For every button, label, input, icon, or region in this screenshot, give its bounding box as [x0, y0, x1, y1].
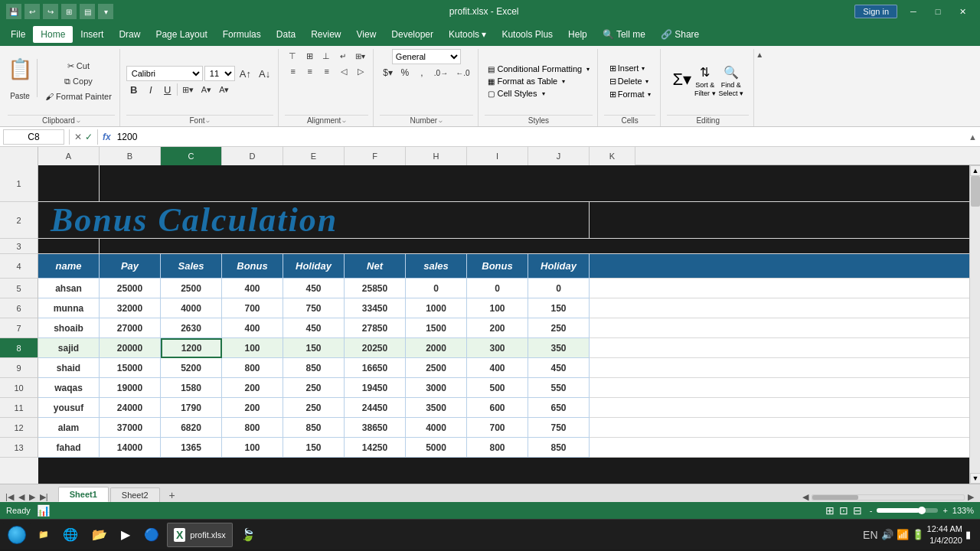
header-sales2[interactable]: sales [406, 254, 467, 279]
sheet-tab-sheet2[interactable]: Sheet2 [110, 487, 160, 502]
col-header-c[interactable]: C [161, 147, 222, 165]
cell-row8-col2[interactable]: 1200 [161, 338, 222, 358]
cell-row7-col2[interactable]: 2630 [161, 318, 222, 338]
taskbar-explorer[interactable]: 📁 [32, 523, 55, 547]
status-icon[interactable]: 📊 [37, 504, 50, 517]
cell-row8-col5[interactable]: 20250 [345, 338, 406, 358]
cell-row5-col0[interactable]: ahsan [38, 279, 100, 298]
cell-row8-col4[interactable]: 150 [283, 338, 345, 358]
header-pay[interactable]: Pay [100, 254, 161, 279]
cell-row10-col7[interactable]: 500 [467, 378, 528, 398]
paste-button[interactable]: 📋 Paste [8, 59, 32, 100]
col-header-b[interactable]: B [100, 147, 161, 165]
format-as-table-btn[interactable]: ▦ Format as Table ▾ [485, 76, 593, 86]
cell-row9-col8[interactable]: 450 [528, 358, 590, 378]
cell-row5-col2[interactable]: 2500 [161, 279, 222, 298]
cell-a3[interactable] [38, 239, 100, 254]
cell-row12-col3[interactable]: 800 [222, 418, 283, 438]
italic-button[interactable]: I [143, 83, 158, 96]
increase-dec-btn[interactable]: .0→ [431, 66, 451, 80]
cell-row11-col3[interactable]: 200 [222, 398, 283, 418]
cell-row12-col2[interactable]: 6820 [161, 418, 222, 438]
cell-row11-col5[interactable]: 24450 [345, 398, 406, 418]
cell-span-3[interactable] [100, 239, 969, 254]
cell-row13-col2[interactable]: 1365 [161, 438, 222, 458]
cell-row13-col0[interactable]: fahad [38, 438, 100, 458]
page-layout-btn[interactable]: ⊡ [839, 504, 848, 517]
delete-btn[interactable]: ⊟ Delete ▾ [606, 76, 654, 87]
menu-share[interactable]: 🔗 Share [653, 26, 707, 43]
zoom-slider[interactable] [877, 508, 938, 513]
cell-row6-col2[interactable]: 4000 [161, 298, 222, 318]
sort-filter-area[interactable]: ⇅ Sort &Filter ▾ [694, 60, 716, 102]
number-expand-icon[interactable]: ⌵ [439, 117, 443, 124]
cell-row10-col6[interactable]: 3000 [406, 378, 467, 398]
cell-row13-col5[interactable]: 14250 [345, 438, 406, 458]
prev-sheet-btn[interactable]: ◀ [16, 492, 27, 502]
redo-icon[interactable]: ↪ [43, 4, 58, 19]
cell-row7-col4[interactable]: 450 [283, 318, 345, 338]
qat-dropdown[interactable]: ▾ [98, 4, 113, 19]
col-header-k[interactable]: K [590, 147, 635, 165]
cell-row10-col1[interactable]: 19000 [100, 378, 161, 398]
cell-span-1[interactable] [100, 165, 969, 202]
cell-row13-col6[interactable]: 5000 [406, 438, 467, 458]
conditional-formatting-btn[interactable]: ▤ Conditional Formatting ▾ [485, 64, 593, 74]
cell-row9-col3[interactable]: 800 [222, 358, 283, 378]
header-bonus2[interactable]: Bonus [467, 254, 528, 279]
cell-row11-col2[interactable]: 1790 [161, 398, 222, 418]
cancel-formula-btn[interactable]: ✕ [74, 132, 82, 142]
cell-row8-col7[interactable]: 300 [467, 338, 528, 358]
cell-row12-col8[interactable]: 750 [528, 418, 590, 438]
font-name-select[interactable]: Calibri [126, 66, 203, 81]
cell-row8-col3[interactable]: 100 [222, 338, 283, 358]
menu-kutools-plus[interactable]: Kutools Plus [494, 26, 560, 43]
decrease-font-btn[interactable]: A↓ [256, 67, 273, 80]
row-num-6[interactable]: 6 [0, 298, 38, 318]
tray-power[interactable]: 🔋 [912, 529, 924, 540]
tray-time[interactable]: 12:44 AM 1/4/2020 [927, 523, 962, 546]
header-holiday[interactable]: Holiday [283, 254, 345, 279]
menu-page-layout[interactable]: Page Layout [148, 26, 214, 43]
row-num-2[interactable]: 2 [0, 202, 38, 239]
cell-row5-col7[interactable]: 0 [467, 279, 528, 298]
grid-icon[interactable]: ⊞ [61, 4, 77, 19]
menu-tell-me[interactable]: 🔍 Tell me [595, 26, 653, 43]
cell-a1[interactable] [38, 165, 100, 202]
cell-row6-col7[interactable]: 100 [467, 298, 528, 318]
cell-row9-col6[interactable]: 2500 [406, 358, 467, 378]
cell-row10-col0[interactable]: waqas [38, 378, 100, 398]
cell-row11-col4[interactable]: 250 [283, 398, 345, 418]
last-sheet-btn[interactable]: ▶| [38, 492, 51, 502]
cell-row6-col0[interactable]: munna [38, 298, 100, 318]
number-format-select[interactable]: General [392, 49, 461, 64]
bold-button[interactable]: B [126, 83, 142, 96]
taskbar-files[interactable]: 📂 [86, 523, 113, 547]
title-cell[interactable]: Bonus Calculation [38, 202, 590, 239]
menu-home[interactable]: Home [33, 26, 73, 43]
maximize-btn[interactable]: □ [926, 4, 949, 19]
row-num-12[interactable]: 12 [0, 418, 38, 438]
align-left-btn[interactable]: ≡ [286, 64, 301, 78]
header-sales[interactable]: Sales [161, 254, 222, 279]
cell-span-2[interactable] [590, 202, 969, 239]
cell-row9-col5[interactable]: 16650 [345, 358, 406, 378]
cell-row11-col8[interactable]: 650 [528, 398, 590, 418]
menu-help[interactable]: Help [560, 26, 595, 43]
cell-name-box[interactable] [3, 129, 64, 145]
cell-row5-col8[interactable]: 0 [528, 279, 590, 298]
header-bonus[interactable]: Bonus [222, 254, 283, 279]
row-num-3[interactable]: 3 [0, 239, 38, 254]
taskbar-excel[interactable]: X profit.xlsx [167, 523, 233, 547]
ribbon-expand[interactable]: ▲ [756, 49, 763, 126]
cell-row6-col6[interactable]: 1000 [406, 298, 467, 318]
row-num-5[interactable]: 5 [0, 279, 38, 298]
percent-btn[interactable]: % [397, 66, 413, 80]
add-sheet-btn[interactable]: + [165, 488, 180, 502]
row-num-9[interactable]: 9 [0, 358, 38, 378]
indent-less-btn[interactable]: ◁ [336, 64, 351, 78]
cell-row7-col6[interactable]: 1500 [406, 318, 467, 338]
cell-row13-col4[interactable]: 150 [283, 438, 345, 458]
col-header-d[interactable]: D [222, 147, 283, 165]
col-header-e[interactable]: E [283, 147, 345, 165]
